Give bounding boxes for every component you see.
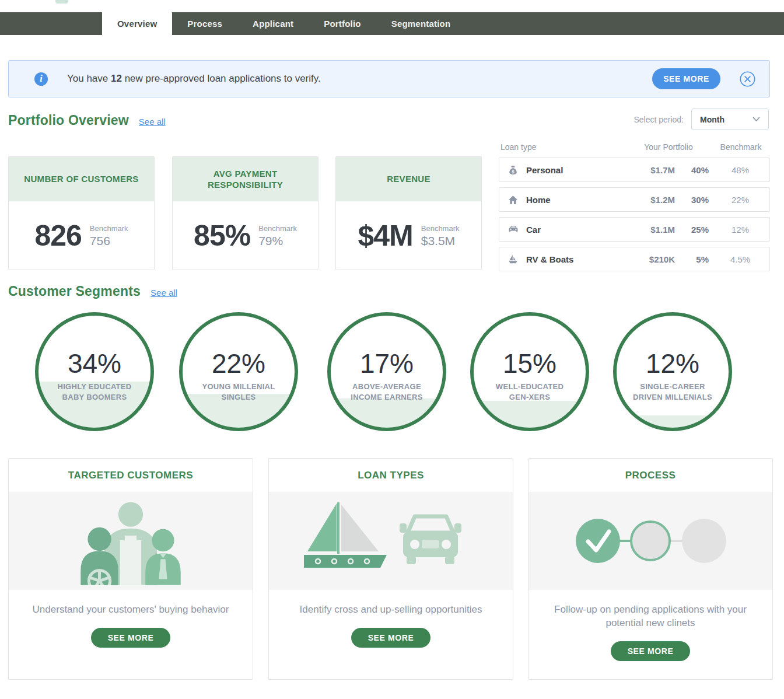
car-headlight-left bbox=[410, 540, 419, 549]
loan-types-see-more-button[interactable]: SEE MORE bbox=[351, 628, 430, 648]
loan-share: 40% bbox=[675, 165, 711, 175]
segment-label-line2: INCOME EARNERS bbox=[351, 393, 422, 401]
feature-card-title: PROCESS bbox=[528, 459, 772, 492]
period-dropdown[interactable]: Month bbox=[691, 109, 769, 130]
segment-circle-driven-millenials: 12% SINGLE-CAREERDRIVEN MILLENIALS bbox=[613, 312, 732, 431]
loan-amount: $1.1M bbox=[628, 225, 675, 235]
segment-label: ABOVE-AVERAGEINCOME EARNERS bbox=[351, 382, 422, 403]
info-icon: i bbox=[34, 72, 48, 86]
feature-card-description: Identify cross and up-selling opportunit… bbox=[269, 603, 513, 617]
benchmark-label: Benchmark bbox=[90, 224, 128, 233]
benchmark-value: 756 bbox=[90, 234, 128, 248]
customers-group-illustration bbox=[9, 492, 253, 590]
stat-title: REVENUE bbox=[387, 173, 430, 185]
mast bbox=[337, 502, 340, 554]
tab-process[interactable]: Process bbox=[172, 12, 237, 35]
segment-label: WELL-EDUCATEDGEN-XERS bbox=[496, 382, 564, 403]
segment-label-line1: WELL-EDUCATED bbox=[496, 382, 564, 391]
portfolio-see-all-link[interactable]: See all bbox=[139, 117, 166, 127]
loan-share: 5% bbox=[675, 254, 711, 264]
segment-label-line2: GEN-XERS bbox=[509, 393, 550, 401]
loan-share: 25% bbox=[675, 225, 711, 235]
notification-banner: i You have 12 new pre-approved loan appl… bbox=[8, 60, 770, 97]
targeted-customers-see-more-button[interactable]: SEE MORE bbox=[91, 628, 170, 648]
segment-label-line2: DRIVEN MILLENIALS bbox=[633, 393, 712, 401]
segment-label-line2: SINGLES bbox=[221, 393, 256, 401]
stat-card-body: 85% Benchmark 79% bbox=[173, 201, 318, 270]
tab-applicant[interactable]: Applicant bbox=[237, 12, 309, 35]
banner-text-suffix: new pre-approved loan applications to ve… bbox=[122, 73, 321, 84]
segment-label-line1: SINGLE-CAREER bbox=[640, 382, 705, 391]
car-front bbox=[400, 516, 461, 564]
car-roof-windshield bbox=[408, 516, 453, 533]
stat-value: $4M bbox=[358, 219, 412, 253]
banner-text-prefix: You have bbox=[67, 73, 111, 84]
tab-overview[interactable]: Overview bbox=[102, 12, 172, 35]
car-mirror-left bbox=[400, 523, 407, 533]
person-right-head bbox=[152, 529, 174, 551]
benchmark-value: 79% bbox=[258, 234, 297, 248]
stat-card-header: AVG PAYMENT RESPONSIBILITY bbox=[173, 157, 318, 201]
table-row-home: Home $1.2M 30% 22% bbox=[499, 187, 770, 212]
loan-share: 30% bbox=[675, 195, 711, 205]
banner-count: 12 bbox=[111, 73, 122, 84]
sailboat-icon bbox=[508, 254, 526, 265]
banner-see-more-button[interactable]: SEE MORE bbox=[652, 68, 720, 89]
stat-card-body: $4M Benchmark $3.5M bbox=[336, 201, 481, 270]
loan-name: Home bbox=[526, 195, 628, 205]
portfolio-overview-title: Portfolio Overview bbox=[8, 113, 129, 128]
segments-see-all-link[interactable]: See all bbox=[150, 288, 177, 298]
segment-value: 15% bbox=[503, 348, 556, 379]
segment-circle-millenial-singles: 22% YOUNG MILLENIALSINGLES bbox=[179, 312, 298, 431]
benchmark-value: $3.5M bbox=[421, 234, 460, 248]
loan-type-table: Loan type Your Portfolio Benchmark $ Per… bbox=[499, 142, 770, 277]
sail-left bbox=[307, 504, 337, 551]
boat-and-car-illustration bbox=[269, 492, 513, 590]
segment-circle-baby-boomers: 34% HIGHLY EDUCATEDBABY BOOMERS bbox=[35, 312, 154, 431]
loan-name: RV & Boats bbox=[526, 254, 628, 264]
sail-right bbox=[341, 505, 379, 551]
car-mirror-right bbox=[454, 523, 461, 533]
step-circle-current bbox=[631, 522, 670, 560]
process-see-more-button[interactable]: SEE MORE bbox=[611, 641, 690, 661]
table-row-personal: $ Personal $1.7M 40% 48% bbox=[499, 158, 770, 182]
stat-value: 85% bbox=[194, 219, 250, 253]
top-navbar: Overview Process Applicant Portfolio Seg… bbox=[0, 12, 784, 35]
car-headlight-right bbox=[442, 540, 451, 549]
col-loan-type: Loan type bbox=[501, 142, 625, 152]
car-wheel-left bbox=[407, 556, 416, 564]
stat-card-payment: AVG PAYMENT RESPONSIBILITY 85% Benchmark… bbox=[172, 156, 318, 270]
hull bbox=[304, 555, 387, 568]
loan-amount: $1.7M bbox=[628, 165, 675, 175]
home-icon bbox=[508, 194, 526, 205]
feature-card-title: TARGETED CUSTOMERS bbox=[9, 459, 253, 492]
tab-portfolio[interactable]: Portfolio bbox=[309, 12, 376, 35]
segment-label: SINGLE-CAREERDRIVEN MILLENIALS bbox=[633, 382, 712, 403]
col-benchmark: Benchmark bbox=[712, 142, 770, 152]
col-your-portfolio: Your Portfolio bbox=[625, 142, 712, 152]
stat-card-header: REVENUE bbox=[336, 157, 481, 201]
step-circle-complete bbox=[576, 519, 620, 563]
loan-benchmark: 12% bbox=[711, 225, 769, 235]
stat-title: AVG PAYMENT RESPONSIBILITY bbox=[183, 168, 307, 191]
stat-card-customers: NUMBER OF CUSTOMERS 826 Benchmark 756 bbox=[8, 156, 155, 270]
customer-segments-title: Customer Segments bbox=[8, 284, 141, 299]
segment-label-line1: YOUNG MILLENIAL bbox=[202, 382, 275, 391]
stat-value: 826 bbox=[34, 219, 81, 253]
customer-segments-heading-row: Customer Segments See all bbox=[8, 284, 177, 299]
benchmark-label: Benchmark bbox=[258, 224, 297, 233]
car-icon bbox=[508, 223, 526, 235]
stat-card-body: 826 Benchmark 756 bbox=[9, 201, 154, 270]
tab-segmentation[interactable]: Segmentation bbox=[376, 12, 466, 35]
segment-value: 22% bbox=[212, 348, 265, 379]
benchmark-label: Benchmark bbox=[421, 224, 460, 233]
banner-message: You have 12 new pre-approved loan applic… bbox=[67, 73, 321, 85]
person-left-head bbox=[88, 527, 111, 551]
svg-text:$: $ bbox=[512, 169, 514, 174]
stat-card-revenue: REVENUE $4M Benchmark $3.5M bbox=[335, 156, 482, 270]
loan-benchmark: 4.5% bbox=[711, 254, 769, 264]
period-label: Select period: bbox=[634, 115, 684, 124]
progress-steps-illustration bbox=[528, 492, 772, 590]
segment-value: 17% bbox=[360, 348, 414, 379]
close-icon[interactable] bbox=[740, 71, 755, 87]
